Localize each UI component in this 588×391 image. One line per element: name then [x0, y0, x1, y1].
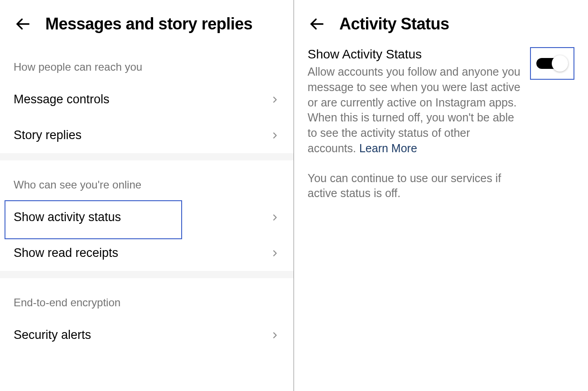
- left-panel-title: Messages and story replies: [45, 14, 252, 34]
- menu-item-label: Show read receipts: [14, 246, 118, 260]
- back-button-right[interactable]: [308, 15, 326, 33]
- menu-item-show-activity-status[interactable]: Show activity status: [0, 199, 294, 235]
- messages-settings-panel: Messages and story replies How people ca…: [0, 0, 294, 391]
- section-label-encryption: End-to-end encryption: [0, 278, 294, 317]
- section-divider: [0, 153, 294, 160]
- toggle-highlight: [530, 47, 574, 80]
- menu-item-story-replies[interactable]: Story replies: [0, 117, 294, 153]
- menu-item-message-controls[interactable]: Message controls: [0, 82, 294, 117]
- arrow-left-icon: [14, 16, 31, 32]
- menu-item-label: Message controls: [14, 92, 110, 106]
- arrow-left-icon: [308, 16, 325, 32]
- right-header: Activity Status: [294, 0, 588, 43]
- section-label-online: Who can see you're online: [0, 160, 294, 199]
- menu-item-security-alerts[interactable]: Security alerts: [0, 317, 294, 353]
- chevron-right-icon: [270, 95, 280, 105]
- section-divider: [0, 271, 294, 278]
- section-label-reach: How people can reach you: [0, 43, 294, 82]
- left-header: Messages and story replies: [0, 0, 294, 43]
- show-activity-status-row: Show Activity Status Allow accounts you …: [308, 47, 574, 156]
- menu-item-label: Story replies: [14, 128, 82, 142]
- activity-status-toggle[interactable]: [536, 55, 568, 72]
- menu-item-show-read-receipts[interactable]: Show read receipts: [0, 235, 294, 271]
- menu-item-label: Show activity status: [14, 210, 121, 224]
- chevron-right-icon: [270, 130, 280, 140]
- setting-title: Show Activity Status: [308, 47, 521, 62]
- menu-item-label: Security alerts: [14, 328, 91, 342]
- activity-status-panel: Activity Status Show Activity Status All…: [294, 0, 588, 391]
- activity-status-content: Show Activity Status Allow accounts you …: [294, 43, 588, 201]
- toggle-thumb: [552, 55, 568, 72]
- setting-text-block: Show Activity Status Allow accounts you …: [308, 47, 521, 156]
- learn-more-link[interactable]: Learn More: [359, 142, 417, 154]
- chevron-right-icon: [270, 212, 280, 222]
- setting-description: Allow accounts you follow and anyone you…: [308, 64, 521, 156]
- chevron-right-icon: [270, 248, 280, 258]
- back-button-left[interactable]: [14, 15, 32, 33]
- chevron-right-icon: [270, 330, 280, 340]
- setting-description-text: Allow accounts you follow and anyone you…: [308, 65, 521, 154]
- right-panel-title: Activity Status: [339, 14, 449, 34]
- setting-note: You can continue to use our services if …: [308, 171, 530, 202]
